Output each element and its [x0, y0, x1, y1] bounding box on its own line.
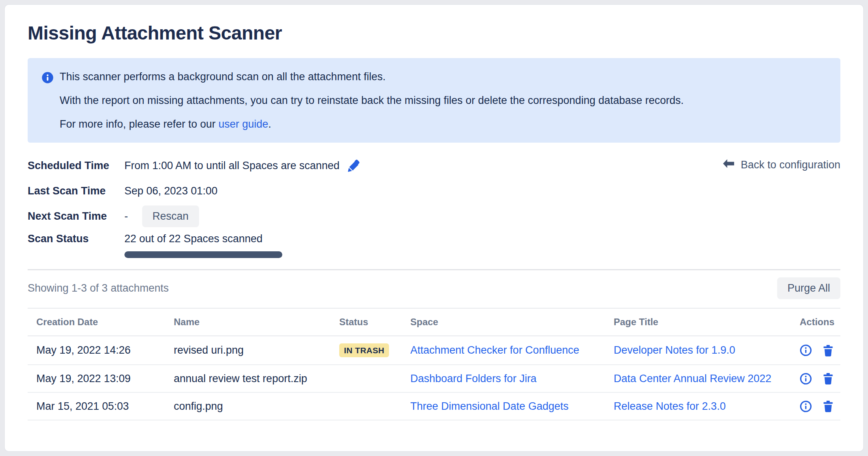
cell-creation-date: May 19, 2022 14:26: [28, 336, 174, 365]
pencil-edit-icon[interactable]: [348, 159, 361, 172]
info-line-3-prefix: For more info, please refer to our: [60, 118, 218, 130]
scheduled-time-label: Scheduled Time: [28, 160, 124, 172]
cell-creation-date: May 19, 2022 13:09: [28, 365, 174, 392]
info-line-3-suffix: .: [268, 118, 271, 130]
header-page-title: Page Title: [614, 308, 800, 336]
back-to-configuration-link[interactable]: Back to configuration: [722, 158, 840, 171]
trash-icon[interactable]: [822, 400, 834, 413]
scan-status-label: Scan Status: [28, 233, 124, 245]
attachments-count-text: Showing 1-3 of 3 attachments: [28, 282, 169, 294]
cell-name: config.png: [174, 392, 339, 420]
table-header-row: Creation Date Name Status Space Page Tit…: [28, 308, 840, 336]
cell-creation-date: Mar 15, 2021 05:03: [28, 392, 174, 420]
purge-all-button[interactable]: Purge All: [777, 277, 840, 299]
info-line-3: For more info, please refer to our user …: [60, 117, 684, 131]
info-line-1: This scanner performs a background scan …: [60, 70, 684, 83]
scan-status-value: 22 out of 22 Spaces scanned: [124, 233, 282, 245]
space-link[interactable]: Three Dimensional Date Gadgets: [410, 400, 569, 412]
trash-icon[interactable]: [822, 372, 834, 385]
next-scan-time-row: Next Scan Time - Rescan: [28, 204, 840, 229]
status-badge: IN TRASH: [339, 343, 389, 357]
info-circle-outline-icon[interactable]: [800, 373, 812, 385]
next-scan-time-value: -: [124, 210, 128, 222]
info-line-2: With the report on missing attachments, …: [60, 94, 684, 107]
rescan-button[interactable]: Rescan: [142, 205, 199, 227]
info-banner-text: This scanner performs a background scan …: [60, 70, 684, 131]
scheduled-time-row: Scheduled Time From 1:00 AM to until all…: [28, 153, 840, 178]
trash-icon[interactable]: [822, 344, 834, 357]
page-title-link[interactable]: Data Center Annual Review 2022: [614, 373, 771, 384]
page-title-link[interactable]: Developer Notes for 1.9.0: [614, 344, 735, 356]
info-banner: This scanner performs a background scan …: [28, 58, 840, 143]
header-space: Space: [410, 308, 614, 336]
header-name: Name: [174, 308, 339, 336]
section-divider: [28, 269, 840, 270]
info-circle-filled-icon: [41, 72, 54, 84]
page-title: Missing Attachment Scanner: [28, 22, 840, 44]
header-actions: Actions: [800, 308, 840, 336]
info-circle-outline-icon[interactable]: [800, 400, 812, 413]
next-scan-time-label: Next Scan Time: [28, 210, 124, 222]
scan-details-section: Back to configuration Scheduled Time Fro…: [28, 153, 840, 258]
cell-name: annual review test report.zip: [174, 365, 339, 392]
last-scan-time-value: Sep 06, 2023 01:00: [124, 185, 218, 197]
last-scan-time-row: Last Scan Time Sep 06, 2023 01:00: [28, 178, 840, 204]
header-status: Status: [339, 308, 410, 336]
scan-status-row: Scan Status 22 out of 22 Spaces scanned: [28, 229, 840, 258]
attachments-table: Creation Date Name Status Space Page Tit…: [28, 308, 840, 420]
scan-progress-bar: [124, 251, 282, 258]
user-guide-link[interactable]: user guide: [218, 118, 268, 130]
main-card: Missing Attachment Scanner This scanner …: [5, 5, 863, 451]
space-link[interactable]: Attachment Checker for Confluence: [410, 344, 579, 356]
header-creation-date: Creation Date: [28, 308, 174, 336]
left-arrow-icon: [722, 158, 735, 171]
back-to-configuration-label: Back to configuration: [741, 159, 840, 171]
space-link[interactable]: Dashboard Folders for Jira: [410, 373, 537, 384]
attachments-summary-row: Showing 1-3 of 3 attachments Purge All: [28, 277, 840, 299]
last-scan-time-label: Last Scan Time: [28, 185, 124, 197]
scan-progress-fill: [124, 251, 282, 258]
info-circle-outline-icon[interactable]: [800, 344, 812, 356]
table-row: May 19, 2022 14:26 revised uri.png IN TR…: [28, 336, 840, 365]
table-row: May 19, 2022 13:09 annual review test re…: [28, 365, 840, 392]
scheduled-time-value: From 1:00 AM to until all Spaces are sca…: [124, 160, 340, 172]
page-title-link[interactable]: Release Notes for 2.3.0: [614, 400, 726, 412]
cell-name: revised uri.png: [174, 336, 339, 365]
table-row: Mar 15, 2021 05:03 config.png Three Dime…: [28, 392, 840, 420]
